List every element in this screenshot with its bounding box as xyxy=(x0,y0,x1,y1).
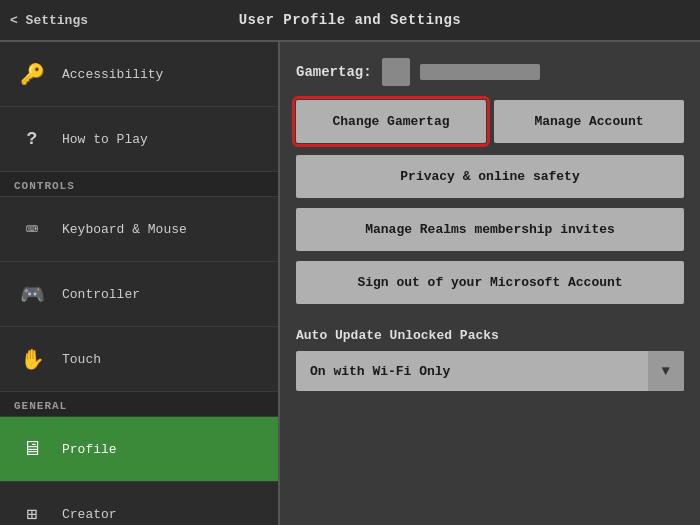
question-icon xyxy=(14,121,50,157)
general-section-header: General xyxy=(0,392,278,417)
sidebar-item-creator[interactable]: Creator xyxy=(0,482,278,525)
back-button[interactable]: < Settings xyxy=(10,13,88,28)
creator-icon xyxy=(14,496,50,525)
sidebar-item-controller[interactable]: Controller xyxy=(0,262,278,327)
sidebar-item-label: Controller xyxy=(62,287,140,302)
gamertag-name-blurred xyxy=(420,64,540,80)
back-label: < Settings xyxy=(10,13,88,28)
realms-button[interactable]: Manage Realms membership invites xyxy=(296,208,684,251)
privacy-button[interactable]: Privacy & online safety xyxy=(296,155,684,198)
sidebar-item-label: How to Play xyxy=(62,132,148,147)
controller-icon xyxy=(14,276,50,312)
main-layout: Accessibility How to Play Controls Keybo… xyxy=(0,42,700,525)
chevron-down-icon: ▼ xyxy=(648,351,684,391)
gamertag-row: Gamertag: xyxy=(296,58,684,86)
action-buttons-row: Change Gamertag Manage Account xyxy=(296,100,684,143)
sidebar-item-how-to-play[interactable]: How to Play xyxy=(0,107,278,172)
gamertag-avatar xyxy=(382,58,410,86)
app-container: < Settings User Profile and Settings Acc… xyxy=(0,0,700,525)
sidebar: Accessibility How to Play Controls Keybo… xyxy=(0,42,280,525)
auto-update-label: Auto Update Unlocked Packs xyxy=(296,328,684,343)
sidebar-item-label: Profile xyxy=(62,442,117,457)
manage-account-button[interactable]: Manage Account xyxy=(494,100,684,143)
content-panel: Gamertag: Change Gamertag Manage Account… xyxy=(280,42,700,525)
profile-icon xyxy=(14,431,50,467)
sidebar-item-label: Creator xyxy=(62,507,117,522)
gamertag-label: Gamertag: xyxy=(296,64,372,80)
header: < Settings User Profile and Settings xyxy=(0,0,700,42)
change-gamertag-button[interactable]: Change Gamertag xyxy=(296,100,486,143)
auto-update-dropdown[interactable]: On with Wi-Fi Only ▼ xyxy=(296,351,684,391)
sidebar-item-accessibility[interactable]: Accessibility xyxy=(0,42,278,107)
key-icon xyxy=(14,56,50,92)
header-title: User Profile and Settings xyxy=(239,12,462,28)
sidebar-item-profile[interactable]: Profile xyxy=(0,417,278,482)
sidebar-item-label: Touch xyxy=(62,352,101,367)
dropdown-value: On with Wi-Fi Only xyxy=(296,352,648,391)
sidebar-item-touch[interactable]: Touch xyxy=(0,327,278,392)
signout-button[interactable]: Sign out of your Microsoft Account xyxy=(296,261,684,304)
sidebar-item-keyboard-mouse[interactable]: Keyboard & Mouse xyxy=(0,197,278,262)
sidebar-item-label: Accessibility xyxy=(62,67,163,82)
keyboard-icon xyxy=(14,211,50,247)
touch-icon xyxy=(14,341,50,377)
controls-section-header: Controls xyxy=(0,172,278,197)
sidebar-item-label: Keyboard & Mouse xyxy=(62,222,187,237)
